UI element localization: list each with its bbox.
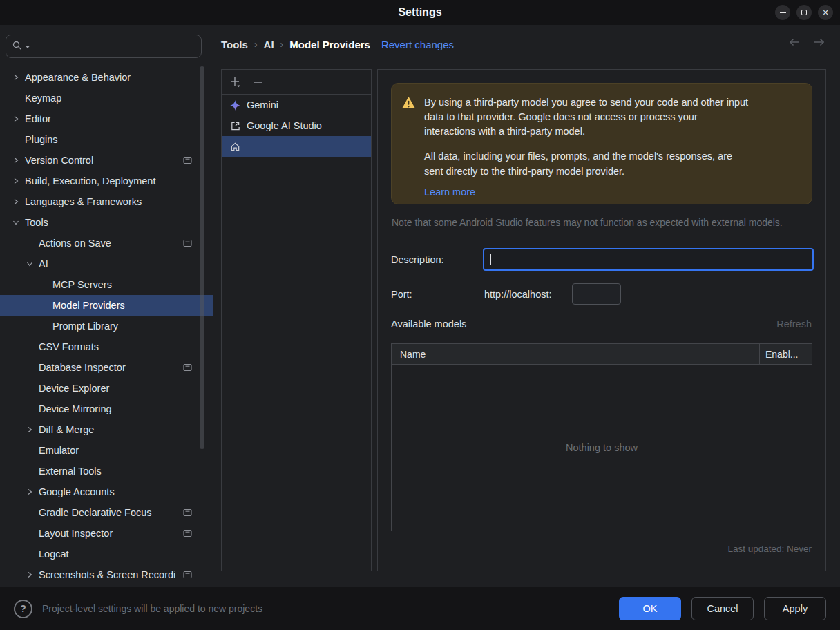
- sidebar-item-version-control[interactable]: Version Control: [0, 150, 213, 171]
- ide-override-indicator-icon: [183, 571, 192, 579]
- sidebar-item-actions-on-save[interactable]: Actions on Save: [0, 233, 213, 254]
- forward-arrow-icon[interactable]: [812, 37, 826, 49]
- provider-item-google-ai-studio[interactable]: Google AI Studio: [222, 115, 371, 136]
- chevron-right-icon[interactable]: [22, 426, 37, 434]
- sidebar-item-diff-merge[interactable]: Diff & Merge: [0, 419, 213, 440]
- chevron-right-icon[interactable]: [8, 177, 23, 185]
- chevron-right-icon[interactable]: [8, 115, 23, 123]
- sidebar-item-label: MCP Servers: [52, 279, 112, 290]
- nothing-to-show-text: Nothing to show: [566, 442, 638, 453]
- search-input[interactable]: [32, 41, 195, 52]
- sidebar-item-label: Version Control: [25, 155, 93, 166]
- history-navigation: [788, 37, 826, 49]
- chevron-right-icon[interactable]: [22, 488, 37, 496]
- sidebar-item-label: AI: [39, 258, 48, 269]
- close-button[interactable]: ✕: [818, 5, 833, 20]
- breadcrumb-model-providers[interactable]: Model Providers: [289, 39, 370, 50]
- models-table: Name Enabl... Nothing to show: [391, 343, 812, 531]
- warning-triangle-icon: [401, 96, 416, 192]
- provider-list: GeminiGoogle AI Studio: [222, 95, 371, 157]
- sidebar-item-languages-frameworks[interactable]: Languages & Frameworks: [0, 191, 213, 212]
- search-history-caret-icon[interactable]: [25, 41, 30, 52]
- sidebar-item-label: Prompt Library: [52, 321, 118, 332]
- refresh-button[interactable]: Refresh: [776, 318, 812, 330]
- sidebar-item-tools[interactable]: Tools: [0, 212, 213, 233]
- chevron-right-icon[interactable]: [8, 198, 23, 206]
- sidebar-item-google-accounts[interactable]: Google Accounts: [0, 481, 213, 502]
- sidebar-item-label: Logcat: [39, 548, 69, 560]
- sidebar-item-gradle-declarative-focus[interactable]: Gradle Declarative Focus: [0, 502, 213, 523]
- ide-override-indicator-icon: [183, 239, 192, 247]
- column-header-name[interactable]: Name: [392, 344, 759, 364]
- cancel-button[interactable]: Cancel: [691, 597, 754, 620]
- ok-button[interactable]: OK: [619, 597, 681, 620]
- minimize-button[interactable]: [775, 5, 790, 20]
- sidebar-item-appearance-behavior[interactable]: Appearance & Behavior: [0, 67, 213, 88]
- sidebar-item-prompt-library[interactable]: Prompt Library: [0, 316, 213, 336]
- search-box[interactable]: [6, 35, 202, 58]
- chevron-right-icon[interactable]: [8, 73, 23, 82]
- learn-more-link[interactable]: Learn more: [424, 187, 475, 198]
- sidebar-item-label: Appearance & Behavior: [25, 72, 131, 83]
- external-models-note: Note that some Android Studio features m…: [392, 217, 783, 228]
- chevron-right-icon[interactable]: [22, 571, 37, 579]
- sidebar-item-logcat[interactable]: Logcat: [0, 544, 213, 564]
- sidebar-item-external-tools[interactable]: External Tools: [0, 461, 213, 481]
- sidebar-item-build-execution-deployment[interactable]: Build, Execution, Deployment: [0, 171, 213, 191]
- chevron-right-icon[interactable]: [8, 156, 23, 164]
- breadcrumb-separator: ›: [254, 39, 258, 50]
- maximize-icon: [801, 10, 807, 15]
- sidebar-item-screenshots-screen-recordi[interactable]: Screenshots & Screen Recordi: [0, 564, 213, 585]
- footer-buttons: OK Cancel Apply: [619, 597, 826, 620]
- add-provider-button[interactable]: [229, 76, 241, 88]
- provider-item-new-2[interactable]: [222, 136, 371, 157]
- help-button[interactable]: ?: [14, 600, 32, 618]
- chevron-down-icon[interactable]: [8, 218, 23, 227]
- available-models-label: Available models: [391, 318, 466, 330]
- sidebar-item-database-inspector[interactable]: Database Inspector: [0, 357, 213, 378]
- back-arrow-icon[interactable]: [788, 37, 801, 49]
- sidebar-item-label: Google Accounts: [39, 486, 115, 497]
- sidebar-item-device-mirroring[interactable]: Device Mirroring: [0, 399, 213, 419]
- sidebar-item-ai[interactable]: AI: [0, 254, 213, 274]
- provider-list-panel: GeminiGoogle AI Studio: [221, 69, 372, 571]
- sidebar-item-model-providers[interactable]: Model Providers: [0, 295, 213, 316]
- project-level-hint: Project-level settings will be applied t…: [42, 603, 262, 614]
- ide-override-indicator-icon: [183, 363, 192, 372]
- port-input[interactable]: [572, 283, 621, 305]
- settings-tree: Appearance & BehaviorKeymapEditorPlugins…: [0, 67, 213, 587]
- breadcrumb-tools[interactable]: Tools: [221, 39, 248, 50]
- revert-changes-link[interactable]: Revert changes: [381, 39, 454, 50]
- sidebar-item-emulator[interactable]: Emulator: [0, 440, 213, 461]
- warning-paragraph-1: By using a third-party model you agree t…: [424, 95, 750, 139]
- column-header-enabled[interactable]: Enabl...: [759, 344, 812, 364]
- remove-provider-button[interactable]: [252, 77, 263, 88]
- settings-sidebar: Appearance & BehaviorKeymapEditorPlugins…: [0, 25, 213, 587]
- chevron-down-icon[interactable]: [22, 260, 37, 268]
- ai-studio-icon: [230, 121, 240, 131]
- provider-item-gemini[interactable]: Gemini: [222, 95, 371, 115]
- sidebar-item-label: Plugins: [25, 134, 58, 145]
- sidebar-item-device-explorer[interactable]: Device Explorer: [0, 378, 213, 399]
- search-icon: [12, 40, 23, 53]
- breadcrumb-ai[interactable]: AI: [264, 39, 274, 50]
- provider-item-label: Gemini: [247, 99, 278, 111]
- sidebar-item-keymap[interactable]: Keymap: [0, 88, 213, 108]
- sidebar-item-plugins[interactable]: Plugins: [0, 129, 213, 150]
- description-input[interactable]: [483, 248, 814, 271]
- apply-button[interactable]: Apply: [764, 597, 826, 620]
- sidebar-item-csv-formats[interactable]: CSV Formats: [0, 336, 213, 357]
- sidebar-item-label: Gradle Declarative Focus: [39, 507, 152, 518]
- warning-text: By using a third-party model you agree t…: [424, 95, 750, 192]
- sidebar-item-label: Tools: [25, 217, 48, 228]
- sidebar-item-label: Emulator: [39, 445, 79, 456]
- sidebar-item-mcp-servers[interactable]: MCP Servers: [0, 274, 213, 295]
- breadcrumb-separator: ›: [280, 39, 284, 50]
- ide-override-indicator-icon: [183, 156, 192, 164]
- maximize-button[interactable]: [796, 5, 812, 20]
- localhost-prefix: http://localhost:: [484, 289, 552, 300]
- sidebar-item-editor[interactable]: Editor: [0, 108, 213, 129]
- sidebar-scrollbar[interactable]: [200, 66, 204, 449]
- text-caret: [490, 254, 491, 265]
- sidebar-item-layout-inspector[interactable]: Layout Inspector: [0, 523, 213, 544]
